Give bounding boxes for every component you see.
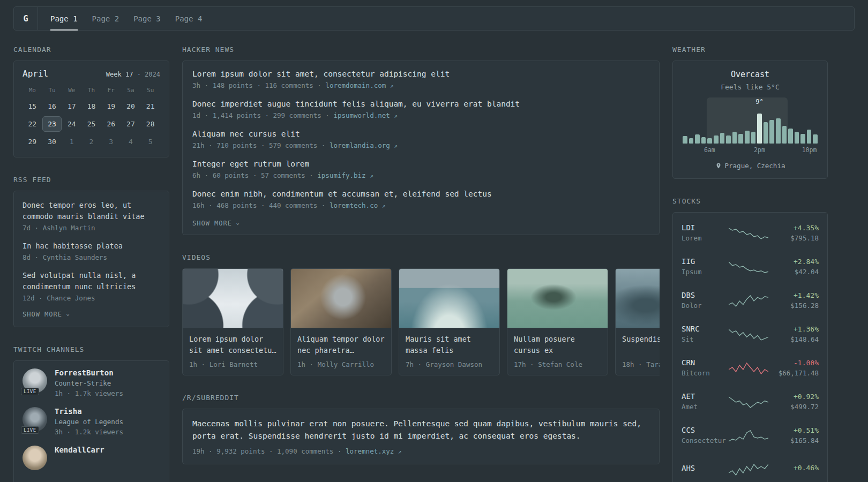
videos-section-title: VIDEOS — [182, 253, 660, 261]
hn-item-domain-link[interactable]: ipsumify.biz ↗ — [317, 171, 373, 179]
calendar-day[interactable]: 30 — [42, 134, 62, 149]
tab-page-4[interactable]: Page 4 — [175, 7, 203, 30]
twitch-channel[interactable]: KendallCarr — [23, 446, 160, 470]
calendar-day[interactable]: 16 — [42, 99, 62, 114]
calendar-day[interactable]: 3 — [101, 134, 121, 149]
video-title[interactable]: Suspendisse diam — [622, 334, 660, 356]
twitch-channel[interactable]: LIVE ForrestBurton Counter-Strike 1h · 1… — [23, 368, 160, 397]
calendar-day[interactable]: 19 — [101, 99, 121, 114]
hn-item-domain-link[interactable]: ipsumworld.net ↗ — [333, 111, 398, 119]
hn-item-title[interactable]: Donec enim nibh, condimentum et accumsan… — [192, 190, 649, 198]
hn-show-more-button[interactable]: SHOW MORE⌄ — [192, 220, 649, 227]
weather-bar — [726, 135, 731, 144]
calendar-day[interactable]: 28 — [140, 116, 160, 132]
chevron-down-icon: ⌄ — [66, 310, 70, 317]
stock-ticker[interactable]: DBS — [682, 291, 728, 299]
rss-show-more-button[interactable]: SHOW MORE⌄ — [23, 311, 160, 318]
stock-ticker[interactable]: IIG — [682, 257, 728, 266]
calendar-day[interactable]: 26 — [101, 116, 121, 132]
video-title[interactable]: Aliquam tempor dolor nec pharetra… — [297, 334, 385, 356]
calendar-day[interactable]: 2 — [81, 134, 101, 149]
tab-page-3[interactable]: Page 3 — [133, 7, 161, 30]
calendar-day[interactable]: 1 — [62, 134, 81, 149]
twitch-channel[interactable]: LIVE Trisha League of Legends 3h · 1.2k … — [23, 407, 160, 436]
video-card[interactable]: Aliquam tempor dolor nec pharetra… 1h · … — [290, 268, 392, 375]
stock-name: Ipsum — [682, 268, 728, 276]
stock-sparkline — [728, 225, 769, 241]
rss-item-title[interactable]: In hac habitasse platea — [23, 240, 160, 252]
video-title[interactable]: Lorem ipsum dolor sit amet consectetu… — [189, 334, 276, 356]
stock-ticker[interactable]: AHS — [682, 464, 728, 472]
stock-row[interactable]: DBS Dolor +1.42% $156.28 — [682, 283, 819, 317]
rss-item[interactable]: Donec tempor eros leo, ut commodo mauris… — [23, 200, 160, 232]
twitch-channel-name[interactable]: ForrestBurton — [55, 368, 123, 377]
hn-item-domain-link[interactable]: loremdomain.com ↗ — [325, 81, 393, 89]
calendar-day-header: Sa — [121, 84, 141, 96]
stock-row[interactable]: LDI Lorem +4.35% $795.18 — [682, 216, 819, 250]
video-thumbnail[interactable] — [616, 269, 660, 328]
weather-card: Overcast Feels like 5°C 9° 6am2pm10pm Pr… — [672, 61, 828, 179]
stock-ticker[interactable]: SNRC — [682, 325, 728, 333]
video-thumbnail[interactable] — [291, 269, 391, 328]
tab-page-2[interactable]: Page 2 — [92, 7, 119, 30]
stock-row[interactable]: AET Amet +0.92% $499.72 — [682, 385, 819, 418]
video-title[interactable]: Nullam posuere cursus ex — [514, 334, 601, 356]
calendar-day[interactable]: 24 — [62, 116, 81, 132]
video-card[interactable]: Mauris sit amet massa felis 7h · Grayson… — [399, 268, 500, 375]
hn-item-domain-link[interactable]: loremlandia.org ↗ — [330, 141, 398, 149]
stock-ticker[interactable]: CRN — [682, 358, 728, 367]
calendar-day-selected[interactable]: 23 — [42, 116, 62, 132]
calendar-day[interactable]: 5 — [140, 134, 160, 149]
twitch-channel-name[interactable]: Trisha — [55, 407, 123, 416]
stock-row[interactable]: CCS Consectetur +0.51% $165.84 — [682, 418, 819, 452]
stock-row[interactable]: SNRC Sit +1.36% $148.64 — [682, 317, 819, 351]
twitch-channel-name[interactable]: KendallCarr — [55, 446, 104, 454]
hn-item: Lorem ipsum dolor sit amet, consectetur … — [192, 70, 649, 89]
stock-row[interactable]: CRN Bitcorn -1.00% $66,171.48 — [682, 351, 819, 385]
video-thumbnail[interactable] — [399, 269, 499, 328]
calendar-day[interactable]: 20 — [121, 99, 141, 114]
glance-dashboard: G Page 1Page 2Page 3Page 4 CALENDAR Apri… — [0, 0, 868, 482]
weather-bar — [707, 138, 712, 144]
calendar-day[interactable]: 21 — [140, 99, 160, 114]
subreddit-domain-link[interactable]: loremnet.xyz ↗ — [346, 447, 401, 455]
stock-row[interactable]: AHS +0.46% — [682, 452, 819, 482]
app-logo[interactable]: G — [14, 7, 38, 30]
video-thumbnail[interactable] — [507, 269, 608, 328]
hn-item-title[interactable]: Integer eget rutrum lorem — [192, 160, 649, 168]
video-card[interactable]: Nullam posuere cursus ex 17h · Stefan Co… — [507, 268, 608, 375]
rss-item-title[interactable]: Donec tempor eros leo, ut commodo mauris… — [23, 200, 160, 222]
calendar-day[interactable]: 17 — [62, 99, 81, 114]
hn-item-title[interactable]: Aliquam nec cursus elit — [192, 130, 649, 138]
hn-item-title[interactable]: Donec imperdiet augue tincidunt felis al… — [192, 100, 649, 108]
calendar-day[interactable]: 29 — [23, 134, 42, 149]
rss-item-title[interactable]: Sed volutpat nulla nisl, a condimentum n… — [23, 270, 160, 292]
calendar-day[interactable]: 15 — [23, 99, 42, 114]
calendar-day[interactable]: 27 — [121, 116, 141, 132]
calendar-day[interactable]: 4 — [121, 134, 141, 149]
stock-sparkline — [728, 427, 769, 443]
rss-item[interactable]: Sed volutpat nulla nisl, a condimentum n… — [23, 270, 160, 302]
calendar-day[interactable]: 25 — [81, 116, 101, 132]
video-card[interactable]: Lorem ipsum dolor sit amet consectetu… 1… — [182, 268, 283, 375]
stock-ticker[interactable]: CCS — [682, 426, 728, 434]
hn-item-title[interactable]: Lorem ipsum dolor sit amet, consectetur … — [192, 70, 649, 78]
stock-row[interactable]: IIG Ipsum +2.84% $42.04 — [682, 250, 819, 283]
stock-ticker[interactable]: AET — [682, 392, 728, 401]
rss-card: Donec tempor eros leo, ut commodo mauris… — [13, 191, 169, 327]
videos-row: Lorem ipsum dolor sit amet consectetu… 1… — [182, 268, 660, 375]
calendar-day[interactable]: 22 — [23, 116, 42, 132]
tab-page-1[interactable]: Page 1 — [50, 7, 78, 30]
video-thumbnail[interactable] — [183, 269, 283, 328]
dashboard-columns: CALENDAR April Week 17 · 2024 MoTuWeThFr… — [13, 46, 855, 482]
hn-item-domain-link[interactable]: loremtech.co ↗ — [330, 201, 385, 209]
video-title[interactable]: Mauris sit amet massa felis — [406, 334, 493, 356]
subreddit-post-title[interactable]: Maecenas mollis pulvinar erat non posuer… — [192, 418, 649, 442]
weather-location[interactable]: Prague, Czechia — [682, 162, 819, 170]
video-card[interactable]: Suspendisse diam 18h · Tara — [615, 268, 660, 375]
stock-ticker[interactable]: LDI — [682, 223, 728, 232]
weather-bar — [714, 135, 719, 144]
rss-item[interactable]: In hac habitasse platea 8d · Cynthia Sau… — [23, 240, 160, 261]
weather-time-label: 10pm — [802, 146, 817, 154]
calendar-day[interactable]: 18 — [81, 99, 101, 114]
